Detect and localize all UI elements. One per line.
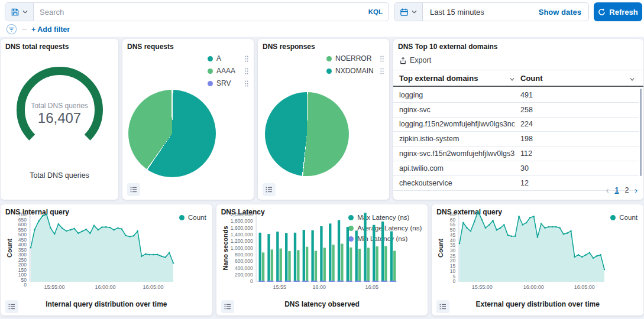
legend-options-icon[interactable] [380, 55, 384, 63]
pie-chart[interactable] [128, 90, 216, 177]
saved-query-menu-button[interactable] [5, 3, 34, 21]
max-latency-bar [302, 230, 305, 282]
data-point [507, 235, 509, 236]
avg-latency-bar [262, 252, 264, 282]
legend-label: NOERROR [335, 54, 376, 63]
page-button[interactable]: 2 [624, 186, 629, 194]
legend-toggle-button[interactable] [127, 183, 140, 196]
legend-options-icon[interactable] [380, 67, 384, 75]
list-icon [224, 303, 231, 310]
count-cell: 112 [514, 149, 532, 158]
panel-grid-bottom: DNS internal query Count Count 700650600… [1, 204, 643, 315]
legend-item[interactable]: SRV [208, 79, 249, 87]
y-tick-label: 0 [453, 279, 456, 284]
data-point [82, 230, 83, 232]
calendar-menu-button[interactable] [394, 3, 423, 21]
legend-item[interactable]: NOERROR [326, 54, 384, 63]
x-tick-label: 15:55 [273, 284, 286, 290]
data-point [585, 254, 587, 256]
legend-item[interactable]: Count [179, 214, 206, 221]
avg-latency-bar [323, 248, 325, 282]
kql-badge[interactable]: KQL [363, 8, 389, 15]
column-header-domains[interactable]: Top external domains [393, 74, 514, 83]
x-axis-title: External query distribution over time [432, 300, 643, 308]
legend-item[interactable]: AAAA [208, 67, 249, 75]
column-header-count[interactable]: Count [514, 74, 543, 83]
data-point [514, 236, 516, 237]
data-point [574, 256, 576, 258]
add-filter-button[interactable]: + Add filter [31, 25, 70, 34]
data-point [459, 243, 461, 245]
export-button[interactable]: Export [399, 56, 431, 64]
y-tick-label: 1,000,000 [231, 246, 253, 251]
max-latency-bar [267, 234, 270, 282]
min-latency-bar [372, 281, 378, 282]
table-body: logging491nginx-svc258logging.f15n2womfu… [393, 88, 639, 191]
data-point [485, 227, 487, 229]
data-point [38, 220, 40, 222]
legend-toggle-button[interactable] [5, 300, 18, 313]
avg-latency-bar [341, 244, 343, 282]
save-icon [11, 8, 20, 17]
next-page-icon[interactable]: › [635, 185, 637, 195]
refresh-button[interactable]: Refresh [594, 2, 642, 21]
data-point [526, 222, 528, 224]
avg-latency-bar [279, 249, 281, 282]
max-latency-bar [364, 213, 366, 282]
data-point [42, 215, 44, 217]
legend-color-dot [326, 56, 332, 61]
table-scrollbar[interactable] [640, 89, 642, 176]
legend-toggle-button[interactable] [263, 183, 276, 196]
refresh-label: Refresh [609, 8, 637, 17]
x-tick-label: 16:00:00 [95, 284, 116, 290]
data-point [503, 224, 505, 226]
legend-toggle-button[interactable] [436, 300, 449, 313]
avg-latency-bar [384, 246, 387, 282]
show-dates-button[interactable]: Show dates [539, 8, 588, 17]
min-latency-bar [381, 281, 387, 282]
page-button[interactable]: 1 [614, 186, 619, 194]
filter-icon[interactable] [6, 24, 17, 35]
data-point [563, 233, 565, 235]
prev-page-icon[interactable]: ‹ [606, 185, 609, 195]
domain-cell: zipkin.istio-system [393, 135, 514, 143]
x-axis-title: Internal query distribution over time [1, 300, 212, 308]
domain-cell: logging.f15n2womfujehfjlwv0lgs3nog.... [393, 120, 514, 128]
legend-item[interactable]: A [208, 54, 249, 63]
count-cell: 12 [514, 179, 529, 187]
domain-cell: api.twilio.com [393, 164, 514, 172]
data-point [552, 226, 554, 228]
legend-options-icon[interactable] [244, 67, 249, 75]
data-point [548, 226, 550, 228]
table-row: api.twilio.com30 [393, 161, 639, 176]
max-latency-bar [258, 233, 261, 282]
gauge-bottom-label: Total DNS queries [1, 171, 118, 180]
data-point [545, 227, 546, 229]
sort-chevron-icon[interactable] [629, 76, 635, 82]
x-axis-ticks: 15:55:0016:00:0016:05:00 [458, 284, 604, 291]
table-row: nginx-svc258 [393, 103, 639, 118]
data-point [93, 224, 95, 226]
legend-toggle-button[interactable] [221, 300, 234, 313]
data-point [533, 216, 535, 217]
legend-item[interactable]: Count [610, 214, 637, 221]
data-point [600, 254, 602, 256]
search-input[interactable] [34, 8, 363, 17]
y-tick-label: 1,400,000 [231, 232, 253, 237]
max-latency-bar [373, 225, 375, 282]
pie-chart[interactable] [265, 92, 349, 176]
time-range-label[interactable]: Last 15 minutes [423, 8, 539, 17]
sort-chevron-icon[interactable] [509, 76, 515, 82]
max-latency-bar [329, 223, 331, 282]
avg-latency-bar [306, 247, 308, 282]
min-latency-bar [390, 281, 396, 282]
legend-item[interactable]: NXDOMAIN [326, 67, 384, 75]
pagination: ‹12› [606, 185, 637, 195]
legend-options-icon[interactable] [244, 55, 249, 63]
data-point [137, 230, 138, 232]
legend-options-icon[interactable] [244, 80, 249, 87]
data-point [589, 252, 591, 254]
count-cell: 491 [514, 91, 533, 99]
y-axis-ticks: 65605550454035302520151050 [441, 212, 455, 284]
legend-color-dot [610, 215, 616, 220]
